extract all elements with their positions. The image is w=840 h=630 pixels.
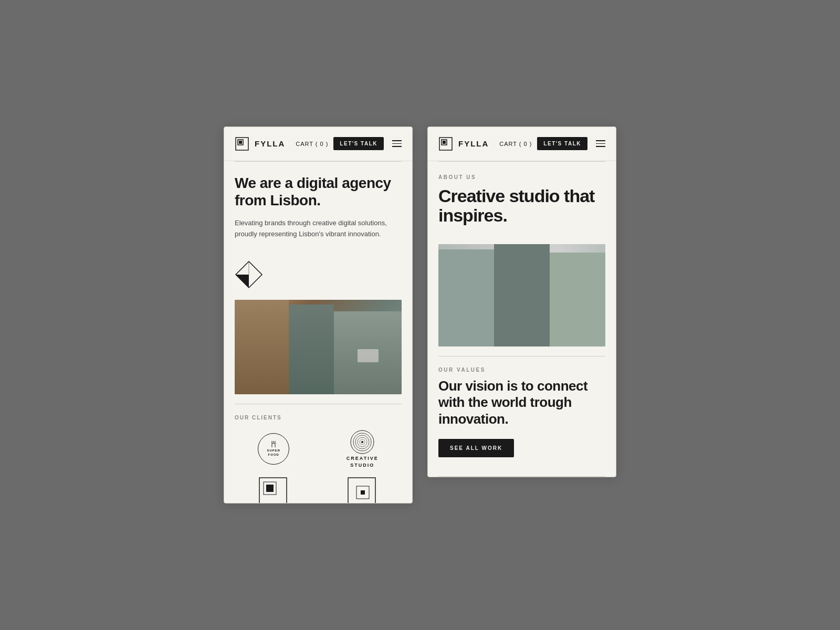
about-label: ABOUT US: [438, 174, 605, 180]
lets-talk-button[interactable]: LET'S TALK: [333, 137, 384, 150]
left-nav: FYLLA CART ( 0 ) LET'S TALK: [224, 127, 412, 161]
hamburger-menu[interactable]: [392, 140, 402, 147]
hero-section: We are a digital agency from Lisbon. Ele…: [224, 162, 412, 250]
cart-button[interactable]: CART ( 0 ): [296, 141, 328, 147]
right-logo-text: FYLLA: [458, 139, 494, 148]
client-logo-superfood: SUPERFOOD: [258, 433, 289, 465]
spiral-icon: [349, 429, 375, 455]
about-title: Creative studio that inspires.: [438, 186, 605, 226]
svg-rect-18: [266, 485, 274, 492]
people-row: [438, 244, 605, 346]
diamond-icon: [235, 260, 264, 289]
logo-mark-icon: [235, 136, 249, 151]
diamond-icon-wrapper: [224, 250, 412, 300]
svg-point-15: [361, 441, 363, 443]
svg-rect-21: [361, 490, 365, 495]
fork-icon: [270, 440, 277, 448]
creative-studio-text: CREATIVESTUDIO: [346, 455, 379, 468]
svg-line-6: [236, 261, 249, 275]
right-logo-mark-icon: [438, 136, 453, 151]
right-phone: FYLLA CART ( 0 ) LET'S TALK ABOUT US Cre…: [427, 127, 616, 477]
svg-rect-24: [443, 141, 446, 144]
hero-title: We are a digital agency from Lisbon.: [235, 174, 402, 209]
right-cart-button[interactable]: CART ( 0 ): [499, 141, 532, 147]
hero-image: [235, 300, 402, 394]
hero-subtitle: Elevating brands through creative digita…: [235, 218, 402, 240]
values-label: OUR VALUES: [438, 367, 605, 373]
clients-grid: SUPERFOOD CREATIVESTUDIO: [235, 429, 402, 468]
client-logo-creative: CREATIVESTUDIO: [346, 429, 379, 468]
values-divider: [438, 476, 605, 477]
see-all-work-button[interactable]: SEE ALL WORK: [438, 439, 514, 457]
left-phone: FYLLA CART ( 0 ) LET'S TALK We are a dig…: [224, 127, 413, 504]
right-nav: FYLLA CART ( 0 ) LET'S TALK: [428, 127, 616, 161]
values-title: Our vision is to connect with the world …: [438, 378, 605, 427]
clients-label: OUR CLIENTS: [235, 415, 402, 421]
partial-logos: [224, 477, 412, 503]
svg-rect-2: [239, 141, 242, 144]
logo-text: FYLLA: [255, 139, 290, 148]
right-lets-talk-button[interactable]: LET'S TALK: [537, 137, 587, 150]
superfood-circle: SUPERFOOD: [258, 433, 289, 465]
values-section: OUR VALUES Our vision is to connect with…: [428, 356, 616, 476]
superfood-text: SUPERFOOD: [267, 449, 280, 457]
right-hamburger-menu[interactable]: [596, 140, 605, 147]
clients-section: OUR CLIENTS SUPERFOOD: [224, 404, 412, 477]
about-image: [438, 244, 605, 346]
svg-marker-4: [236, 275, 249, 288]
screens-container: FYLLA CART ( 0 ) LET'S TALK We are a dig…: [224, 127, 616, 504]
partial-logo-1: [258, 477, 290, 503]
partial-logo-2: [347, 477, 379, 503]
about-section: ABOUT US Creative studio that inspires.: [428, 162, 616, 245]
